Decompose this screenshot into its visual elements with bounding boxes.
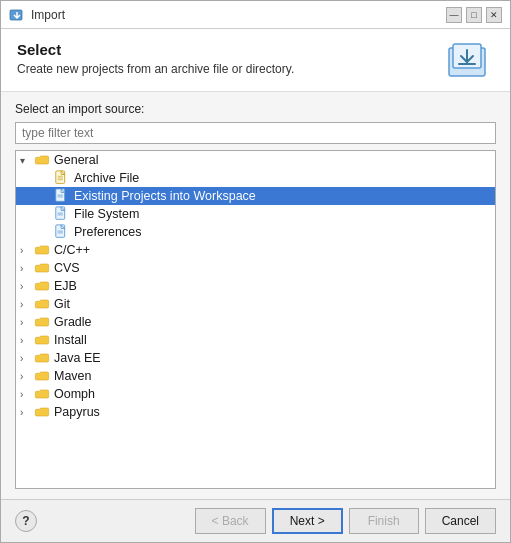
tree-item-general[interactable]: ▾General — [16, 151, 495, 169]
folder-open-icon — [34, 152, 50, 168]
footer-left: ? — [15, 510, 37, 532]
folder-icon — [34, 404, 50, 420]
help-button[interactable]: ? — [15, 510, 37, 532]
folder-icon — [34, 368, 50, 384]
chevron-icon: › — [20, 389, 34, 400]
tree-item-git[interactable]: ›Git — [16, 295, 495, 313]
chevron-icon: › — [20, 245, 34, 256]
chevron-icon: › — [20, 299, 34, 310]
tree-item-label: CVS — [54, 261, 80, 275]
next-button[interactable]: Next > — [272, 508, 343, 534]
footer-right: < Back Next > Finish Cancel — [195, 508, 496, 534]
page-description: Create new projects from an archive file… — [17, 62, 294, 76]
footer-section: ? < Back Next > Finish Cancel — [1, 499, 510, 542]
tree-item-label: Archive File — [74, 171, 139, 185]
tree-item-cpp[interactable]: ›C/C++ — [16, 241, 495, 259]
folder-icon — [34, 296, 50, 312]
tree-item-label: EJB — [54, 279, 77, 293]
tree-item-maven[interactable]: ›Maven — [16, 367, 495, 385]
header-text: Select Create new projects from an archi… — [17, 41, 294, 76]
folder-icon — [34, 278, 50, 294]
chevron-icon: › — [20, 353, 34, 364]
tree-item-label: Maven — [54, 369, 92, 383]
import-dialog: Import — □ ✕ Select Create new projects … — [0, 0, 511, 543]
file-icon — [54, 206, 70, 222]
tree-item-label: Install — [54, 333, 87, 347]
tree-item-ejb[interactable]: ›EJB — [16, 277, 495, 295]
filter-input[interactable] — [15, 122, 496, 144]
folder-icon — [34, 332, 50, 348]
file-icon — [54, 188, 70, 204]
page-title: Select — [17, 41, 294, 58]
chevron-icon: ▾ — [20, 155, 34, 166]
folder-icon — [34, 386, 50, 402]
folder-icon — [34, 260, 50, 276]
folder-icon — [34, 350, 50, 366]
content-section: Select an import source: ▾General Archiv… — [1, 92, 510, 499]
folder-icon — [34, 242, 50, 258]
minimize-button[interactable]: — — [446, 7, 462, 23]
tree-item-archive-file[interactable]: Archive File — [16, 169, 495, 187]
header-section: Select Create new projects from an archi… — [1, 29, 510, 92]
back-button[interactable]: < Back — [195, 508, 266, 534]
tree-item-preferences[interactable]: Preferences — [16, 223, 495, 241]
close-button[interactable]: ✕ — [486, 7, 502, 23]
tree-item-papyrus[interactable]: ›Papyrus — [16, 403, 495, 421]
chevron-icon: › — [20, 317, 34, 328]
tree-item-label: General — [54, 153, 98, 167]
tree-item-label: Git — [54, 297, 70, 311]
tree-item-cvs[interactable]: ›CVS — [16, 259, 495, 277]
tree-item-java-ee[interactable]: ›Java EE — [16, 349, 495, 367]
dialog-icon — [9, 7, 25, 23]
tree-item-file-system[interactable]: File System — [16, 205, 495, 223]
tree-item-install[interactable]: ›Install — [16, 331, 495, 349]
tree-item-label: Preferences — [74, 225, 141, 239]
tree-item-existing-projects[interactable]: Existing Projects into Workspace — [16, 187, 495, 205]
import-graphic-icon — [447, 42, 493, 80]
source-label: Select an import source: — [15, 102, 496, 116]
chevron-icon: › — [20, 281, 34, 292]
tree-item-label: File System — [74, 207, 139, 221]
finish-button[interactable]: Finish — [349, 508, 419, 534]
chevron-icon: › — [20, 263, 34, 274]
title-bar: Import — □ ✕ — [1, 1, 510, 29]
dialog-title: Import — [31, 8, 440, 22]
chevron-icon: › — [20, 407, 34, 418]
tree-item-label: Papyrus — [54, 405, 100, 419]
svg-rect-0 — [10, 10, 22, 20]
chevron-icon: › — [20, 335, 34, 346]
cancel-button[interactable]: Cancel — [425, 508, 496, 534]
tree-item-label: C/C++ — [54, 243, 90, 257]
window-controls: — □ ✕ — [446, 7, 502, 23]
tree-container[interactable]: ▾General Archive File Existing Projects … — [15, 150, 496, 489]
chevron-icon: › — [20, 371, 34, 382]
archive-file-icon — [54, 170, 70, 186]
folder-icon — [34, 314, 50, 330]
maximize-button[interactable]: □ — [466, 7, 482, 23]
header-icon — [446, 41, 494, 81]
file-icon — [54, 224, 70, 240]
tree-item-label: Oomph — [54, 387, 95, 401]
tree-item-gradle[interactable]: ›Gradle — [16, 313, 495, 331]
tree-item-label: Gradle — [54, 315, 92, 329]
tree-item-label: Java EE — [54, 351, 101, 365]
tree-item-oomph[interactable]: ›Oomph — [16, 385, 495, 403]
tree-item-label: Existing Projects into Workspace — [74, 189, 256, 203]
